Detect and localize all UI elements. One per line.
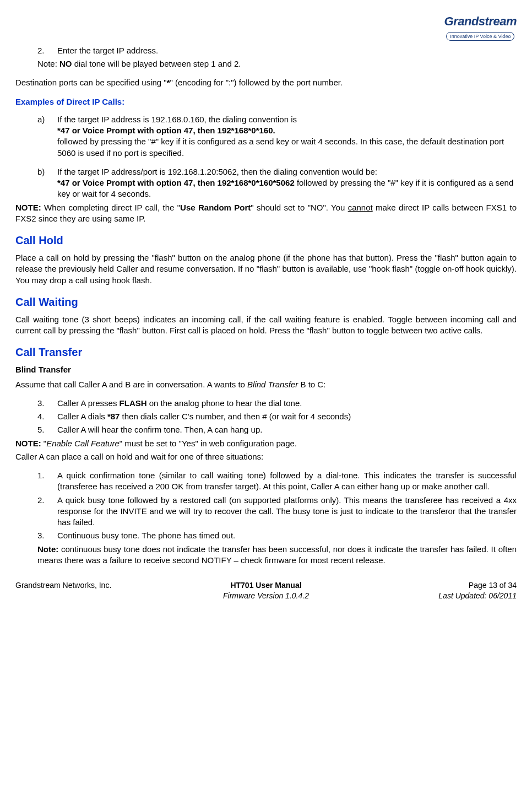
note-line2: Caller A can place a call on hold and wa… xyxy=(15,451,517,462)
list-body: If the target IP address/port is 192.168… xyxy=(57,166,517,200)
note-block: Note: continuous busy tone does not indi… xyxy=(37,544,517,566)
list-item: 3. Continuous busy tone. The phone has t… xyxy=(37,530,517,541)
footer-left: Grandstream Networks, Inc. xyxy=(15,580,181,601)
call-waiting-body: Call waiting tone (3 short beeps) indica… xyxy=(15,314,517,337)
note-label: NOTE: xyxy=(15,439,41,448)
note-bold: NO xyxy=(59,59,72,68)
list-marker: a) xyxy=(37,114,57,159)
list-text: Enter the target IP address. xyxy=(57,45,517,56)
list-item: 1. A quick confirmation tone (similar to… xyxy=(37,470,517,493)
logo-tagline: Innovative IP Voice & Video xyxy=(446,32,514,41)
note-line: Note: NO dial tone will be played betwee… xyxy=(37,58,517,69)
call-hold-body: Place a call on hold by pressing the "fl… xyxy=(15,252,517,286)
note-label: NOTE: xyxy=(15,203,41,212)
call-hold-heading: Call Hold xyxy=(15,233,517,248)
note-block: NOTE: "Enable Call Feature" must be set … xyxy=(15,438,517,449)
note-label: Note: xyxy=(37,544,58,554)
logo: Grandstream Innovative IP Voice & Video xyxy=(15,13,517,41)
list-item: 2. Enter the target IP address. xyxy=(37,45,517,56)
logo-text: Grandstream xyxy=(444,13,517,30)
call-transfer-heading: Call Transfer xyxy=(15,345,517,360)
list-item: 2. A quick busy tone followed by a resto… xyxy=(37,495,517,528)
list-item: 5. Caller A will hear the confirm tone. … xyxy=(37,424,517,435)
note-prefix: Note: xyxy=(37,59,59,68)
page-footer: Grandstream Networks, Inc. HT701 User Ma… xyxy=(15,577,517,601)
list-marker: b) xyxy=(37,166,57,200)
transfer-intro: Assume that call Caller A and B are in c… xyxy=(15,379,517,390)
list-body: If the target IP address is 192.168.0.16… xyxy=(57,114,517,159)
footer-right: Page 13 of 34 Last Updated: 06/2011 xyxy=(351,580,517,601)
dest-ports-line: Destination ports can be specified using… xyxy=(15,77,517,88)
note-rest: dial tone will be played between step 1 … xyxy=(72,59,241,68)
list-marker: 2. xyxy=(37,45,57,56)
footer-center: HT701 User Manual Firmware Version 1.0.4… xyxy=(183,580,349,601)
note-block: NOTE: When completing direct IP call, th… xyxy=(15,202,517,225)
blind-transfer-heading: Blind Transfer xyxy=(15,364,517,375)
call-waiting-heading: Call Waiting xyxy=(15,295,517,310)
list-item: b) If the target IP address/port is 192.… xyxy=(37,166,517,200)
examples-heading: Examples of Direct IP Calls: xyxy=(15,96,517,107)
list-item: 4. Caller A dials *87 then dials caller … xyxy=(37,411,517,422)
list-item: a) If the target IP address is 192.168.0… xyxy=(37,114,517,159)
list-item: 3. Caller A presses FLASH on the analog … xyxy=(37,398,517,409)
